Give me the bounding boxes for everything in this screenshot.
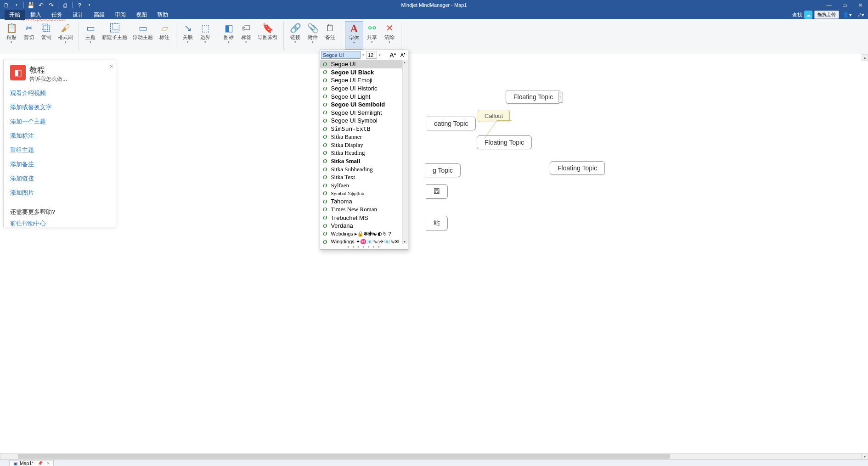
pin-tab-icon[interactable]: 📌 bbox=[36, 461, 43, 466]
font-option[interactable]: OSitka Display bbox=[320, 141, 402, 149]
ribbon-button-共享[interactable]: ⚯共享▾ bbox=[363, 21, 381, 50]
tutorial-link[interactable]: 添加标注 bbox=[10, 132, 109, 140]
ribbon-button-粘贴[interactable]: 📋粘贴▾ bbox=[3, 21, 20, 50]
maximize-button[interactable]: ▭ bbox=[837, 0, 852, 10]
font-option[interactable]: OSymbol Σψμβολ bbox=[320, 190, 402, 198]
ribbon-button-图标[interactable]: ◧图标▾ bbox=[220, 21, 237, 50]
undo-icon[interactable]: ↶ bbox=[36, 1, 45, 9]
topic-expand-handle[interactable]: › bbox=[558, 92, 563, 103]
font-option[interactable]: OSylfaen bbox=[320, 181, 402, 190]
font-option[interactable]: OSitka Banner bbox=[320, 133, 402, 141]
ribbon-button-备注[interactable]: 🗒备注 bbox=[321, 21, 339, 50]
menu-item-1[interactable]: 插入 bbox=[26, 10, 46, 20]
font-option[interactable]: OSimSun-ExtB bbox=[320, 125, 402, 133]
font-option[interactable]: OSegoe UI Historic bbox=[320, 84, 402, 93]
font-option[interactable]: OSitka Subheading bbox=[320, 165, 402, 174]
horizontal-scroll-thumb[interactable] bbox=[18, 454, 670, 459]
tutorial-link[interactable]: 观看介绍视频 bbox=[10, 90, 109, 97]
close-button[interactable]: ✕ bbox=[852, 0, 868, 10]
font-option[interactable]: OSegoe UI Semibold bbox=[320, 101, 402, 109]
vertical-scroll-up[interactable]: ▴ bbox=[862, 54, 868, 61]
font-option[interactable]: OSitka Small bbox=[320, 157, 402, 165]
tutorial-link[interactable]: 添加链接 bbox=[10, 175, 109, 183]
font-option[interactable]: OSitka Text bbox=[320, 173, 402, 181]
ribbon-button-复制[interactable]: ⿻复制 bbox=[38, 21, 55, 50]
ribbon-button-新建子主题[interactable]: ⿺新建子主题 bbox=[99, 21, 130, 50]
menu-item-7[interactable]: 帮助 bbox=[152, 10, 173, 20]
cloud-icon[interactable]: ☁ bbox=[804, 11, 812, 19]
menu-item-4[interactable]: 高级 bbox=[89, 10, 109, 20]
font-option[interactable]: OTahoma bbox=[320, 197, 402, 206]
ribbon-button-清除[interactable]: ✕清除▾ bbox=[381, 21, 398, 50]
redo-icon[interactable]: ↷ bbox=[46, 1, 56, 9]
help-center-link[interactable]: 前往帮助中心 bbox=[10, 220, 109, 228]
ribbon-button-链接[interactable]: 🔗链接▾ bbox=[287, 21, 304, 50]
account-icon[interactable]: 👤▾ bbox=[841, 12, 854, 18]
increase-font-icon[interactable]: A▴ bbox=[388, 51, 397, 59]
qat-dropdown-icon[interactable]: ▾ bbox=[12, 1, 21, 9]
ribbon-button-格式刷[interactable]: 🖌格式刷▾ bbox=[55, 21, 76, 50]
ribbon-button-剪切[interactable]: ✂剪切 bbox=[20, 21, 38, 50]
font-size-input[interactable] bbox=[366, 51, 377, 59]
font-option[interactable]: OVerdana bbox=[320, 222, 402, 230]
font-option[interactable]: OWingdings ✦♓📧⇘⌂✈📧⇘✉ bbox=[320, 238, 402, 244]
ribbon-button-边界[interactable]: ⬚边界▾ bbox=[197, 21, 214, 50]
tutorial-link[interactable]: 添加备注 bbox=[10, 161, 109, 168]
print-icon[interactable]: ⎙ bbox=[61, 1, 70, 9]
document-tab[interactable]: ▣ Map1* 📌 × bbox=[9, 460, 54, 466]
floating-topic[interactable]: 园 bbox=[426, 184, 448, 199]
font-option[interactable]: OSegoe UI Semilight bbox=[320, 109, 402, 117]
save-icon[interactable]: 💾 bbox=[26, 1, 35, 9]
floating-topic[interactable]: Floating Topic bbox=[506, 90, 561, 104]
ribbon-button-浮动主题[interactable]: ▭浮动主题 bbox=[130, 21, 156, 50]
floating-topic[interactable]: g Topic bbox=[425, 163, 461, 177]
ribbon-button-主题[interactable]: ▭主题▾ bbox=[82, 21, 99, 50]
ribbon-button-导图索引[interactable]: 🔖导图索引 bbox=[255, 21, 281, 50]
font-option[interactable]: OSegoe UI Light bbox=[320, 92, 402, 101]
menu-item-6[interactable]: 视图 bbox=[131, 10, 152, 20]
new-doc-icon[interactable]: 🗋 bbox=[2, 1, 11, 9]
tutorial-link[interactable]: 重组主题 bbox=[10, 146, 109, 154]
font-name-input[interactable] bbox=[321, 51, 361, 59]
horizontal-scrollbar[interactable] bbox=[0, 453, 862, 460]
opentype-icon: O bbox=[323, 77, 327, 84]
menu-item-0[interactable]: 开始 bbox=[5, 10, 25, 20]
floating-topic[interactable]: 站 bbox=[426, 216, 448, 230]
font-option[interactable]: OSegoe UI Symbol bbox=[320, 117, 402, 125]
font-option[interactable]: OSegoe UI bbox=[320, 60, 402, 68]
font-option[interactable]: OTrebuchet MS bbox=[320, 213, 402, 222]
close-tab-icon[interactable]: × bbox=[45, 461, 49, 466]
upload-button[interactable]: 拖拽上传 bbox=[814, 11, 839, 19]
decrease-font-icon[interactable]: A▾ bbox=[399, 52, 407, 58]
font-list[interactable]: OSegoe UIOSegoe UI BlackOSegoe UI EmojiO… bbox=[320, 60, 402, 244]
ribbon-button-关联[interactable]: ↘关联▾ bbox=[179, 21, 197, 50]
font-option[interactable]: OTimes New Roman bbox=[320, 206, 402, 214]
tutorial-link[interactable]: 添加一个主题 bbox=[10, 118, 109, 126]
font-name-dropdown-icon[interactable]: ▾ bbox=[362, 53, 364, 57]
tutorial-link[interactable]: 添加或替换文字 bbox=[10, 104, 109, 112]
ribbon-button-字体[interactable]: A字体▾ bbox=[345, 21, 363, 50]
ribbon-button-标签[interactable]: 🏷标签▾ bbox=[237, 21, 255, 50]
font-size-dropdown-icon[interactable]: ▾ bbox=[379, 53, 381, 57]
font-list-scrollbar[interactable] bbox=[402, 60, 408, 244]
menu-item-5[interactable]: 审阅 bbox=[110, 10, 130, 20]
font-option[interactable]: OSegoe UI Emoji bbox=[320, 76, 402, 84]
taskpane-close-button[interactable]: × bbox=[109, 63, 113, 70]
tutorial-link[interactable]: 添加图片 bbox=[10, 189, 109, 197]
font-option[interactable]: OSitka Heading bbox=[320, 149, 402, 157]
ribbon-button-标注[interactable]: ▱标注 bbox=[156, 21, 173, 50]
menu-item-2[interactable]: 任务 bbox=[47, 10, 67, 20]
ribbon-button-附件[interactable]: 📎附件▾ bbox=[304, 21, 321, 50]
minimize-button[interactable]: — bbox=[821, 0, 837, 10]
help-icon[interactable]: ? bbox=[75, 1, 84, 9]
font-option[interactable]: OWebdings ▸🔒✽🕷☯◐🖰？ bbox=[320, 230, 402, 238]
menu-item-3[interactable]: 设计 bbox=[68, 10, 88, 20]
expand-icon[interactable]: ⤢▾ bbox=[856, 12, 866, 18]
popup-resize-handle[interactable]: ● ● ● ● ● ● ● bbox=[320, 244, 408, 249]
mindmap-canvas[interactable]: Floating Topicoating TopicFloating Topic… bbox=[0, 54, 868, 452]
floating-topic[interactable]: Floating Topic bbox=[550, 161, 605, 175]
qat-more-icon[interactable]: ▾ bbox=[85, 1, 94, 9]
font-option[interactable]: OSegoe UI Black bbox=[320, 68, 402, 77]
floating-topic[interactable]: oating Topic bbox=[427, 117, 476, 130]
vertical-scroll-down[interactable]: ▾ bbox=[862, 453, 868, 460]
